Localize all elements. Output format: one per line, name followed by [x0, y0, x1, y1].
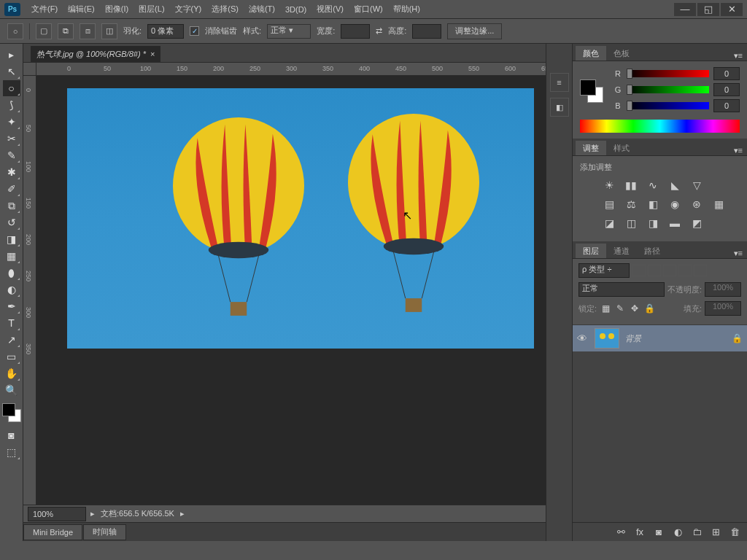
brush-tool[interactable]: ✐: [3, 181, 20, 197]
vibrance-icon[interactable]: ▽: [689, 179, 704, 192]
swap-icon[interactable]: ⇄: [376, 26, 382, 36]
crop-tool[interactable]: ✂: [3, 131, 20, 147]
layers-panel-menu-icon[interactable]: ▾≡: [729, 249, 747, 258]
curves-icon[interactable]: ∿: [646, 179, 660, 192]
opacity-input[interactable]: 100%: [705, 282, 741, 297]
r-slider[interactable]: [627, 70, 709, 77]
adjust-panel-menu-icon[interactable]: ▾≡: [729, 146, 747, 155]
zoom-level[interactable]: 100%: [28, 507, 86, 521]
canvas[interactable]: ↖: [67, 88, 534, 349]
layer-filter-select[interactable]: ρ 类型 ÷: [578, 263, 630, 278]
add-selection-icon[interactable]: ⧉: [58, 23, 74, 39]
color-preview[interactable]: [580, 79, 603, 103]
screenmode-tool[interactable]: ⬚: [3, 444, 20, 460]
hue-icon[interactable]: ▤: [602, 198, 616, 211]
adjustment-layer-icon[interactable]: ◐: [671, 526, 684, 539]
visibility-icon[interactable]: 👁: [577, 332, 589, 344]
lock-pixels-icon[interactable]: ✎: [614, 303, 626, 314]
lock-transparency-icon[interactable]: ▦: [600, 303, 611, 314]
properties-icon[interactable]: ◧: [550, 98, 569, 117]
tab-toggle-icon[interactable]: ▸: [3, 47, 20, 63]
link-layers-icon[interactable]: ⚯: [614, 526, 627, 539]
tab-styles[interactable]: 样式: [606, 141, 637, 155]
r-value[interactable]: 0: [713, 67, 740, 80]
tab-timeline[interactable]: 时间轴: [83, 524, 126, 540]
history-brush-tool[interactable]: ↺: [3, 214, 20, 230]
new-selection-icon[interactable]: ▢: [36, 23, 52, 39]
brightness-icon[interactable]: ☀: [602, 179, 616, 192]
history-icon[interactable]: ≡: [550, 73, 569, 92]
document-tab[interactable]: 热气球.jpg @ 100%(RGB/8#) * ×: [31, 46, 160, 62]
menu-3d[interactable]: 3D(D): [280, 5, 311, 14]
filter-pixel-icon[interactable]: [632, 265, 646, 276]
style-select[interactable]: 正常 ▾: [267, 24, 311, 39]
menu-type[interactable]: 文字(Y): [170, 4, 207, 15]
delete-layer-icon[interactable]: 🗑: [728, 526, 741, 539]
selective-icon[interactable]: ◩: [689, 217, 704, 230]
zoom-tool[interactable]: 🔍: [3, 382, 20, 398]
quickmask-tool[interactable]: ◙: [3, 427, 20, 443]
ruler-vertical[interactable]: 0 50 100 150 200 250 300 350: [23, 76, 36, 505]
move-tool[interactable]: ↖: [3, 63, 20, 79]
height-input[interactable]: [412, 24, 441, 39]
tab-close-icon[interactable]: ×: [150, 50, 155, 58]
tab-swatches[interactable]: 色板: [606, 46, 637, 61]
menu-help[interactable]: 帮助(H): [388, 4, 425, 15]
g-value[interactable]: 0: [713, 83, 740, 96]
subtract-selection-icon[interactable]: ⧈: [80, 23, 96, 39]
tab-color[interactable]: 颜色: [576, 46, 606, 61]
status-menu-icon[interactable]: ▸: [180, 509, 185, 518]
foreground-color[interactable]: [2, 403, 15, 416]
posterize-icon[interactable]: ◫: [624, 217, 638, 230]
lock-all-icon[interactable]: 🔒: [643, 303, 655, 314]
spectrum-bar[interactable]: [580, 120, 740, 133]
bw-icon[interactable]: ◧: [646, 198, 660, 211]
filter-type-icon[interactable]: [663, 265, 676, 276]
menu-view[interactable]: 视图(V): [311, 4, 349, 15]
threshold-icon[interactable]: ◨: [646, 217, 660, 230]
pen-tool[interactable]: ✒: [3, 298, 20, 314]
balance-icon[interactable]: ⚖: [624, 198, 638, 211]
lock-position-icon[interactable]: ✥: [629, 303, 640, 314]
close-button[interactable]: ✕: [721, 3, 743, 16]
menu-image[interactable]: 图像(I): [100, 4, 133, 15]
menu-layer[interactable]: 图层(L): [133, 4, 169, 15]
menu-file[interactable]: 文件(F): [26, 4, 63, 15]
shape-tool[interactable]: ▭: [3, 349, 20, 365]
tab-channels[interactable]: 通道: [606, 244, 637, 258]
dodge-tool[interactable]: ◐: [3, 281, 20, 298]
ruler-horizontal[interactable]: 0 50 100 150 200 250 300 350 400 450 500…: [36, 63, 546, 76]
lookup-icon[interactable]: ▦: [711, 198, 726, 211]
mixer-icon[interactable]: ⊛: [689, 198, 704, 211]
eraser-tool[interactable]: ◨: [3, 231, 20, 247]
layer-group-icon[interactable]: 🗀: [690, 526, 703, 539]
layer-mask-icon[interactable]: ◙: [652, 526, 665, 539]
fill-input[interactable]: 100%: [705, 301, 741, 316]
layer-thumbnail[interactable]: [595, 328, 619, 349]
maximize-button[interactable]: ◱: [697, 3, 719, 16]
eyedropper-tool[interactable]: ✎: [3, 147, 20, 163]
hand-tool[interactable]: ✋: [3, 365, 20, 381]
tab-paths[interactable]: 路径: [637, 244, 667, 258]
tab-minibridge[interactable]: Mini Bridge: [23, 524, 82, 540]
minimize-button[interactable]: —: [674, 3, 696, 16]
blur-tool[interactable]: ⬮: [3, 265, 20, 281]
b-slider[interactable]: [627, 102, 709, 109]
wand-tool[interactable]: ✦: [3, 114, 20, 130]
type-tool[interactable]: T: [3, 315, 20, 331]
ruler-origin[interactable]: [23, 63, 36, 76]
marquee-tool[interactable]: ○: [3, 80, 20, 96]
lasso-tool[interactable]: ⟆: [3, 97, 20, 113]
menu-filter[interactable]: 滤镜(T): [244, 4, 280, 15]
filter-shape-icon[interactable]: [678, 265, 692, 276]
b-value[interactable]: 0: [713, 99, 740, 112]
menu-select[interactable]: 选择(S): [206, 4, 244, 15]
tool-preset-icon[interactable]: ○: [7, 23, 23, 39]
g-slider[interactable]: [627, 86, 709, 93]
blend-mode-select[interactable]: 正常: [578, 282, 665, 297]
feather-input[interactable]: [147, 24, 184, 39]
menu-window[interactable]: 窗口(W): [349, 4, 388, 15]
photo-filter-icon[interactable]: ◉: [667, 198, 682, 211]
levels-icon[interactable]: ▮▮: [624, 179, 638, 192]
antialias-checkbox[interactable]: ✓: [190, 26, 199, 36]
